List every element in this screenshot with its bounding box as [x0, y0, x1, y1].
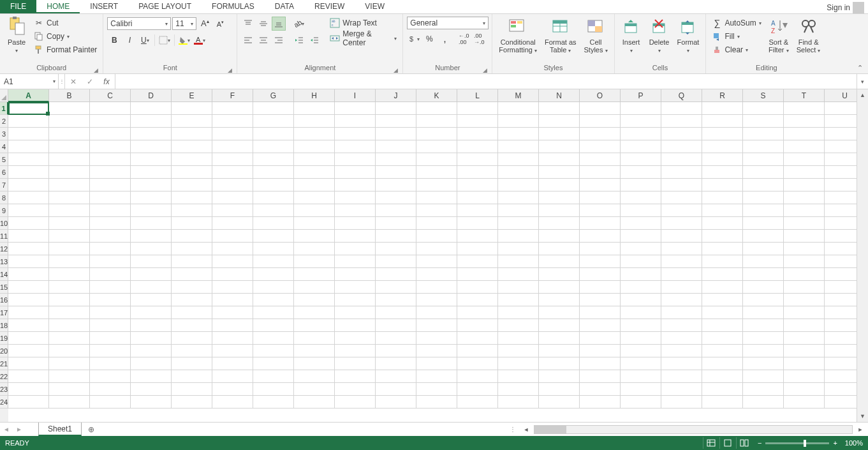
row-header[interactable]: 12 [0, 243, 8, 255]
cell[interactable] [131, 345, 172, 357]
cell[interactable] [172, 243, 212, 255]
cell[interactable] [580, 370, 621, 383]
cell[interactable] [49, 140, 90, 153]
cell[interactable] [172, 370, 212, 383]
cell[interactable] [49, 281, 90, 294]
cell[interactable] [253, 255, 294, 268]
fill-button[interactable]: Fill ▾ [710, 30, 763, 43]
cell[interactable] [294, 191, 335, 204]
column-header[interactable]: S [743, 89, 784, 102]
cell[interactable] [253, 217, 294, 230]
cell[interactable] [702, 268, 743, 281]
cell[interactable] [8, 243, 49, 255]
cell[interactable] [702, 294, 743, 306]
cell[interactable] [212, 179, 253, 191]
cell[interactable] [335, 268, 376, 281]
cell[interactable] [743, 332, 784, 345]
zoom-in-button[interactable]: + [833, 439, 837, 447]
cut-button[interactable]: ✂ Cut [32, 17, 99, 29]
row-header[interactable]: 8 [0, 191, 8, 204]
cell[interactable] [376, 128, 416, 140]
cell[interactable] [212, 370, 253, 383]
cell[interactable] [335, 255, 376, 268]
cell[interactable] [212, 319, 253, 332]
cell[interactable] [416, 243, 457, 255]
cell[interactable] [416, 357, 457, 370]
cell[interactable] [580, 396, 621, 409]
cell[interactable] [621, 204, 661, 217]
cell[interactable] [539, 166, 580, 179]
cell[interactable] [90, 281, 131, 294]
row-header[interactable]: 4 [0, 140, 8, 153]
cell[interactable] [90, 102, 131, 115]
cell[interactable] [580, 102, 621, 115]
cell[interactable] [580, 191, 621, 204]
column-header[interactable]: D [131, 89, 172, 102]
cell[interactable] [131, 179, 172, 191]
cell[interactable] [743, 204, 784, 217]
cell[interactable] [825, 204, 857, 217]
column-header[interactable]: A [8, 89, 49, 102]
paste-button[interactable]: Paste▾ [4, 17, 29, 55]
cell[interactable] [253, 128, 294, 140]
cell[interactable] [702, 243, 743, 255]
cell[interactable] [825, 281, 857, 294]
cell[interactable] [416, 230, 457, 243]
cell[interactable] [661, 319, 702, 332]
underline-button[interactable]: U▾ [138, 33, 152, 47]
cell[interactable] [335, 128, 376, 140]
expand-formula-bar-button[interactable]: ▾ [857, 74, 868, 89]
cell[interactable] [784, 319, 825, 332]
cell[interactable] [49, 230, 90, 243]
scroll-up-button[interactable]: ▲ [857, 89, 868, 101]
cell[interactable] [49, 357, 90, 370]
cell[interactable] [376, 357, 416, 370]
cell[interactable] [172, 357, 212, 370]
cell[interactable] [8, 179, 49, 191]
cell[interactable] [294, 370, 335, 383]
cell[interactable] [335, 166, 376, 179]
cell[interactable] [784, 230, 825, 243]
cell[interactable] [784, 166, 825, 179]
cell[interactable] [825, 128, 857, 140]
cell[interactable] [457, 255, 498, 268]
cell[interactable] [539, 332, 580, 345]
cell[interactable] [416, 217, 457, 230]
cell[interactable] [416, 153, 457, 166]
cell[interactable] [743, 268, 784, 281]
align-bottom-button[interactable] [272, 17, 286, 31]
column-header[interactable]: C [90, 89, 131, 102]
increase-font-button[interactable]: A▴ [198, 17, 212, 31]
cell[interactable] [416, 191, 457, 204]
row-header[interactable]: 14 [0, 268, 8, 281]
cell[interactable] [784, 306, 825, 319]
cell[interactable] [825, 357, 857, 370]
cell[interactable] [702, 370, 743, 383]
sort-filter-button[interactable]: AZ Sort & Filter ▾ [766, 17, 791, 55]
zoom-slider[interactable] [765, 442, 829, 444]
cell[interactable] [825, 217, 857, 230]
cell[interactable] [825, 115, 857, 128]
cell[interactable] [416, 166, 457, 179]
cell[interactable] [539, 268, 580, 281]
add-sheet-button[interactable]: ⊕ [82, 423, 101, 436]
cell[interactable] [131, 281, 172, 294]
hscroll-left-button[interactable]: ◄ [521, 426, 531, 433]
cell[interactable] [702, 128, 743, 140]
cell[interactable] [8, 102, 49, 115]
cell[interactable] [253, 294, 294, 306]
fill-color-button[interactable]: ▾ [177, 33, 191, 47]
cell[interactable] [825, 306, 857, 319]
cell[interactable] [90, 115, 131, 128]
cell[interactable] [457, 319, 498, 332]
cell[interactable] [621, 332, 661, 345]
cell[interactable] [661, 230, 702, 243]
cell[interactable] [90, 255, 131, 268]
cell[interactable] [743, 230, 784, 243]
cell[interactable] [253, 370, 294, 383]
cell[interactable] [621, 319, 661, 332]
cell[interactable] [784, 153, 825, 166]
cell[interactable] [702, 255, 743, 268]
cell[interactable] [702, 396, 743, 409]
cell[interactable] [253, 191, 294, 204]
